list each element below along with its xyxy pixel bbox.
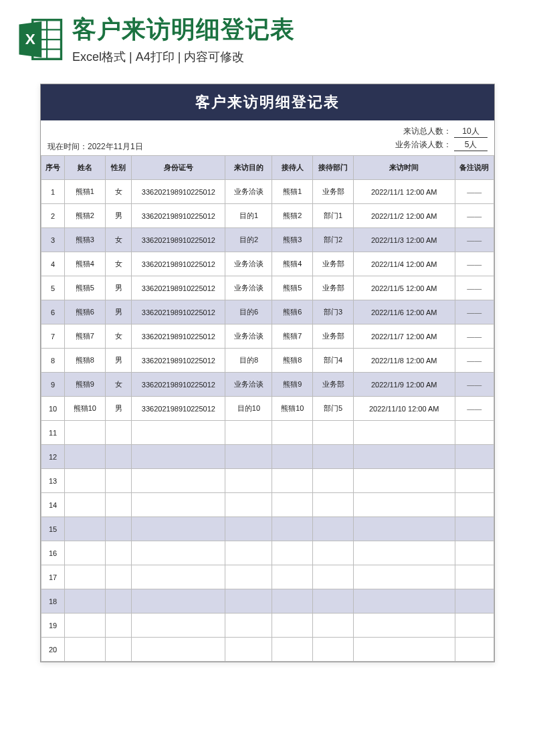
cell-dept: 部门1 bbox=[313, 204, 354, 228]
cell-purpose: 业务洽谈 bbox=[225, 180, 272, 204]
cell-note bbox=[455, 517, 494, 541]
cell-seq: 4 bbox=[41, 252, 65, 276]
cell-purpose bbox=[225, 517, 272, 541]
cell-name bbox=[65, 541, 106, 565]
cell-name bbox=[65, 469, 106, 493]
cell-dept bbox=[313, 541, 354, 565]
cell-note bbox=[455, 469, 494, 493]
table-row: 16 bbox=[41, 541, 494, 565]
cell-seq: 1 bbox=[41, 180, 65, 204]
table-row: 3熊猫3女336202198910225012目的2熊猫3部门22022/11/… bbox=[41, 228, 494, 252]
cell-dept bbox=[313, 565, 354, 589]
excel-icon: X bbox=[16, 15, 64, 64]
cell-note bbox=[455, 445, 494, 469]
col-id: 身份证号 bbox=[132, 156, 225, 180]
cell-id bbox=[132, 589, 225, 613]
cell-id: 336202198910225012 bbox=[132, 324, 225, 349]
cell-name: 熊猫7 bbox=[65, 324, 106, 349]
cell-id bbox=[132, 541, 225, 565]
cell-purpose bbox=[225, 565, 272, 589]
cell-name bbox=[65, 445, 106, 469]
cell-note: —— bbox=[455, 349, 494, 373]
cell-seq: 18 bbox=[41, 589, 65, 613]
cell-id bbox=[132, 493, 225, 517]
cell-time bbox=[353, 493, 455, 517]
cell-time: 2022/11/6 12:00 AM bbox=[353, 300, 455, 324]
table-header-row: 序号 姓名 性别 身份证号 来访目的 接待人 接待部门 来访时间 备注说明 bbox=[41, 156, 494, 180]
cell-name: 熊猫3 bbox=[65, 228, 106, 252]
cell-dept bbox=[313, 445, 354, 469]
cell-time: 2022/11/5 12:00 AM bbox=[353, 276, 455, 300]
col-seq: 序号 bbox=[41, 156, 65, 180]
page-header: X 客户来访明细登记表 Excel格式 | A4打印 | 内容可修改 bbox=[0, 0, 535, 72]
cell-seq: 6 bbox=[41, 300, 65, 324]
cell-dept bbox=[313, 613, 354, 638]
cell-seq: 13 bbox=[41, 469, 65, 493]
col-name: 姓名 bbox=[65, 156, 106, 180]
cell-purpose: 目的10 bbox=[225, 397, 272, 421]
cell-dept bbox=[313, 638, 354, 662]
table-row: 2熊猫2男336202198910225012目的1熊猫2部门12022/11/… bbox=[41, 204, 494, 228]
cell-purpose bbox=[225, 421, 272, 445]
cell-name bbox=[65, 493, 106, 517]
cell-seq: 16 bbox=[41, 541, 65, 565]
cell-name bbox=[65, 517, 106, 541]
cell-gender: 男 bbox=[105, 204, 132, 228]
cell-time bbox=[353, 565, 455, 589]
cell-seq: 17 bbox=[41, 565, 65, 589]
cell-receiver bbox=[272, 421, 313, 445]
meta-right: 来访总人数： 10人 业务洽谈人数： 5人 bbox=[395, 126, 488, 153]
sheet-title: 客户来访明细登记表 bbox=[41, 84, 494, 120]
cell-id bbox=[132, 565, 225, 589]
cell-purpose bbox=[225, 469, 272, 493]
cell-receiver: 熊猫10 bbox=[272, 397, 313, 421]
cell-time: 2022/11/2 12:00 AM bbox=[353, 204, 455, 228]
cell-gender: 女 bbox=[105, 324, 132, 349]
cell-dept: 部门3 bbox=[313, 300, 354, 324]
cell-time bbox=[353, 517, 455, 541]
cell-dept: 部门4 bbox=[313, 349, 354, 373]
cell-receiver: 熊猫6 bbox=[272, 300, 313, 324]
cell-time bbox=[353, 421, 455, 445]
cell-time bbox=[353, 613, 455, 638]
cell-receiver: 熊猫1 bbox=[272, 180, 313, 204]
cell-gender bbox=[105, 493, 132, 517]
cell-dept: 业务部 bbox=[313, 252, 354, 276]
cell-receiver: 熊猫9 bbox=[272, 373, 313, 397]
cell-purpose: 目的8 bbox=[225, 349, 272, 373]
cell-note: —— bbox=[455, 300, 494, 324]
cell-time: 2022/11/4 12:00 AM bbox=[353, 252, 455, 276]
cell-receiver bbox=[272, 638, 313, 662]
cell-seq: 7 bbox=[41, 324, 65, 349]
cell-purpose: 业务洽谈 bbox=[225, 373, 272, 397]
cell-id: 336202198910225012 bbox=[132, 349, 225, 373]
page-title: 客户来访明细登记表 bbox=[72, 13, 519, 46]
cell-id: 336202198910225012 bbox=[132, 204, 225, 228]
cell-time bbox=[353, 445, 455, 469]
cell-purpose: 业务洽谈 bbox=[225, 252, 272, 276]
cell-seq: 19 bbox=[41, 613, 65, 638]
cell-time: 2022/11/8 12:00 AM bbox=[353, 349, 455, 373]
cell-note: —— bbox=[455, 204, 494, 228]
cell-note: —— bbox=[455, 397, 494, 421]
visitor-table: 序号 姓名 性别 身份证号 来访目的 接待人 接待部门 来访时间 备注说明 1熊… bbox=[41, 155, 494, 662]
table-body: 1熊猫1女336202198910225012业务洽谈熊猫1业务部2022/11… bbox=[41, 180, 494, 662]
cell-purpose: 目的2 bbox=[225, 228, 272, 252]
cell-time bbox=[353, 638, 455, 662]
cell-receiver: 熊猫4 bbox=[272, 252, 313, 276]
cell-id: 336202198910225012 bbox=[132, 180, 225, 204]
cell-gender: 男 bbox=[105, 397, 132, 421]
meta-bar: 现在时间：2022年11月1日 来访总人数： 10人 业务洽谈人数： 5人 bbox=[41, 120, 494, 155]
cell-time: 2022/11/7 12:00 AM bbox=[353, 324, 455, 349]
cell-time: 2022/11/3 12:00 AM bbox=[353, 228, 455, 252]
table-row: 9熊猫9女336202198910225012业务洽谈熊猫9业务部2022/11… bbox=[41, 373, 494, 397]
table-row: 17 bbox=[41, 565, 494, 589]
business-visitors: 业务洽谈人数： 5人 bbox=[395, 139, 488, 151]
cell-note: —— bbox=[455, 252, 494, 276]
svg-text:X: X bbox=[25, 30, 35, 47]
cell-name bbox=[65, 421, 106, 445]
cell-dept: 业务部 bbox=[313, 324, 354, 349]
cell-receiver bbox=[272, 541, 313, 565]
cell-id bbox=[132, 421, 225, 445]
col-gender: 性别 bbox=[105, 156, 132, 180]
